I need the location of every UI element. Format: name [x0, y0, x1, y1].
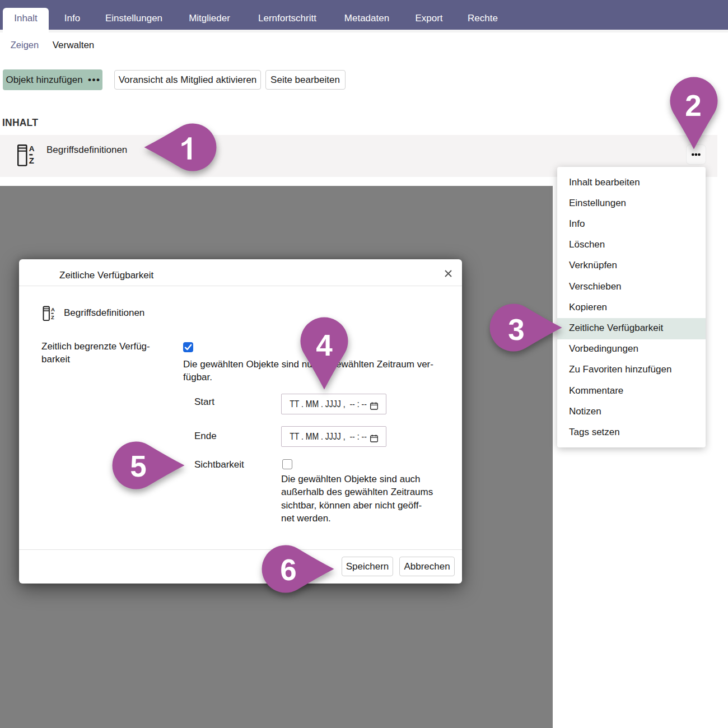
svg-text:Z: Z: [29, 156, 34, 165]
svg-text:Z: Z: [51, 314, 54, 320]
svg-text:A: A: [29, 144, 35, 153]
svg-text:A: A: [51, 306, 55, 312]
